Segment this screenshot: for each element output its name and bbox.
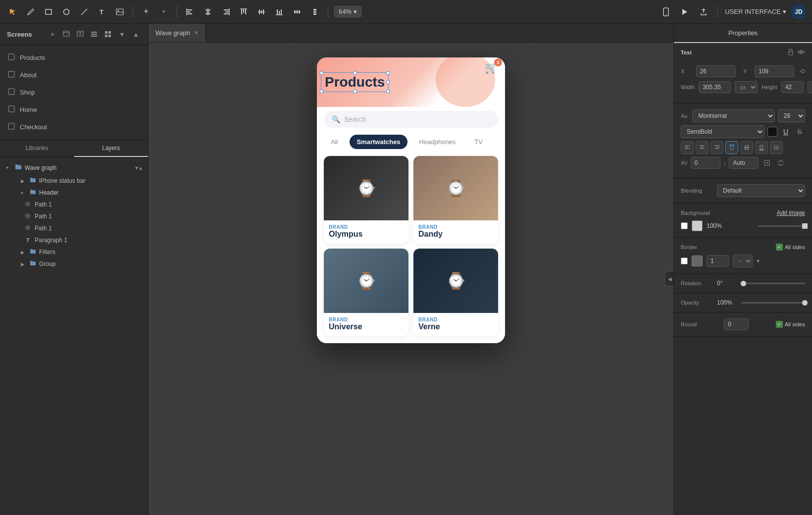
layer-path-1-a[interactable]: Path 1: [6, 199, 148, 210]
align-top-text-button[interactable]: [725, 141, 738, 154]
x-input[interactable]: [696, 65, 736, 77]
line-height-input[interactable]: [729, 157, 759, 169]
sort-down-button[interactable]: ▾: [116, 29, 127, 40]
circle-tool[interactable]: [59, 5, 73, 19]
list-style-button[interactable]: [770, 141, 783, 154]
sidebar-item-checkout[interactable]: Checkout: [0, 118, 148, 136]
align-left-tool[interactable]: [183, 5, 197, 19]
distribute-h-tool[interactable]: [290, 5, 304, 19]
layer-path-1-b[interactable]: Path 1: [6, 210, 148, 222]
width-unit-select[interactable]: px%: [735, 81, 758, 93]
layer-group-item[interactable]: ▶ Group: [6, 258, 148, 270]
import-screen-button[interactable]: [61, 29, 72, 40]
list-view-button[interactable]: [89, 29, 100, 40]
cart-button[interactable]: 🛒 2: [485, 61, 498, 74]
rotation-slider[interactable]: [741, 283, 805, 284]
svg-line-3: [81, 9, 87, 15]
cat-tab-all[interactable]: All: [324, 135, 345, 149]
text-tool[interactable]: T: [95, 5, 109, 19]
user-interface-label[interactable]: USER INTERFACE ▾: [725, 8, 786, 15]
line-tool[interactable]: [77, 5, 91, 19]
border-checkbox[interactable]: [681, 258, 688, 264]
tab-layers[interactable]: Layers: [74, 140, 149, 157]
link-xy-button[interactable]: [798, 66, 805, 77]
font-size-select[interactable]: 26: [778, 109, 805, 122]
collapse-panel-button[interactable]: ◀: [666, 273, 673, 285]
close-tab-button[interactable]: ✕: [194, 30, 199, 36]
search-bar[interactable]: 🔍 Search: [324, 111, 498, 128]
cat-tab-tv[interactable]: TV: [467, 135, 490, 149]
align-bottom-tool[interactable]: [272, 5, 286, 19]
underline-button[interactable]: U: [780, 126, 791, 137]
product-card-verne[interactable]: ⌚ BRAND Verne: [413, 249, 498, 336]
layer-sort-down-icon[interactable]: ▾: [135, 164, 138, 171]
pen-tool[interactable]: [24, 5, 38, 19]
layer-path-1-c[interactable]: Path 1: [6, 222, 148, 234]
layer-header[interactable]: ▾ Header: [6, 187, 148, 199]
add-dropdown[interactable]: ▾: [157, 5, 171, 19]
canvas-tab-wave-graph[interactable]: Wave graph ✕: [149, 24, 206, 42]
background-color-swatch[interactable]: [692, 220, 703, 231]
canvas-content[interactable]: ◀ 🛒 2 Products: [149, 43, 673, 515]
add-image-button[interactable]: Add image: [777, 209, 805, 216]
sidebar-item-shop[interactable]: Shop: [0, 84, 148, 101]
add-tool[interactable]: +: [139, 5, 153, 19]
height-input[interactable]: [781, 81, 804, 93]
zoom-control[interactable]: 64% ▾: [334, 6, 361, 17]
opacity-slider[interactable]: [741, 302, 805, 304]
product-card-dandy[interactable]: ⌚ BRAND Dandy: [413, 156, 498, 244]
align-bottom-text-button[interactable]: [755, 141, 768, 154]
layer-filters[interactable]: ▶ Filters: [6, 246, 148, 258]
round-input[interactable]: [724, 318, 749, 330]
layer-paragraph-1[interactable]: T Paragraph 1: [6, 234, 148, 246]
border-width-input[interactable]: [707, 255, 729, 267]
width-input[interactable]: [699, 81, 731, 93]
layer-iphone-status-bar[interactable]: ▶ iPhone status bar: [6, 175, 148, 187]
strikethrough-button[interactable]: S: [794, 126, 805, 137]
align-right-tool[interactable]: [219, 5, 233, 19]
align-top-tool[interactable]: [237, 5, 251, 19]
border-all-sides-checkbox[interactable]: ✓: [776, 244, 783, 251]
device-preview-tool[interactable]: [659, 5, 673, 19]
product-card-universe[interactable]: ⌚ BRAND Universe: [324, 249, 408, 336]
align-left-text-button[interactable]: [681, 141, 694, 154]
cat-tab-headphones[interactable]: Headphones: [412, 135, 463, 149]
align-middle-text-button[interactable]: [740, 141, 753, 154]
round-all-sides-checkbox[interactable]: ✓: [776, 321, 783, 328]
align-center-h-tool[interactable]: [201, 5, 215, 19]
layer-root-item[interactable]: ▾ Wave graph ▾ ▴: [0, 160, 148, 175]
sidebar-item-products[interactable]: Products: [0, 49, 148, 66]
user-avatar[interactable]: JD: [791, 4, 806, 19]
tab-properties[interactable]: Properties: [674, 24, 812, 43]
blending-select[interactable]: Default Multiply Screen Overlay: [717, 184, 805, 197]
distribute-v-tool[interactable]: [308, 5, 322, 19]
background-checkbox[interactable]: [681, 222, 688, 229]
sidebar-item-about[interactable]: About: [0, 66, 148, 84]
product-card-olympus[interactable]: ⌚ BRAND Olympus: [324, 156, 408, 244]
char-spacing-input[interactable]: [691, 157, 720, 169]
align-center-text-button[interactable]: [696, 141, 709, 154]
export-tool[interactable]: [697, 5, 710, 19]
rect-tool[interactable]: [42, 5, 55, 19]
font-color-swatch[interactable]: [767, 127, 777, 137]
align-right-text-button[interactable]: [710, 141, 723, 154]
font-family-select[interactable]: Montserrat: [692, 109, 775, 122]
layer-sort-up-icon[interactable]: ▴: [139, 164, 142, 171]
font-weight-select[interactable]: SemiBold: [681, 125, 764, 138]
border-style-select[interactable]: — -- ···: [733, 255, 753, 267]
export-screen-button[interactable]: [75, 29, 86, 40]
background-opacity-slider[interactable]: [758, 225, 806, 227]
align-center-v-tool[interactable]: [254, 5, 268, 19]
y-input[interactable]: [755, 65, 794, 77]
image-tool[interactable]: [113, 5, 127, 19]
sidebar-item-home[interactable]: Home: [0, 101, 148, 118]
add-screen-button[interactable]: +: [47, 29, 58, 40]
border-color-swatch[interactable]: [692, 256, 703, 266]
arrow-tool[interactable]: [6, 5, 20, 19]
grid-view-button[interactable]: [102, 29, 113, 40]
sort-up-button[interactable]: ▴: [130, 29, 141, 40]
height-unit-select[interactable]: px%: [808, 81, 812, 93]
tab-libraries[interactable]: Libraries: [0, 140, 74, 157]
cat-tab-smartwatches[interactable]: Smartwatches: [350, 135, 407, 149]
play-tool[interactable]: [678, 5, 692, 19]
